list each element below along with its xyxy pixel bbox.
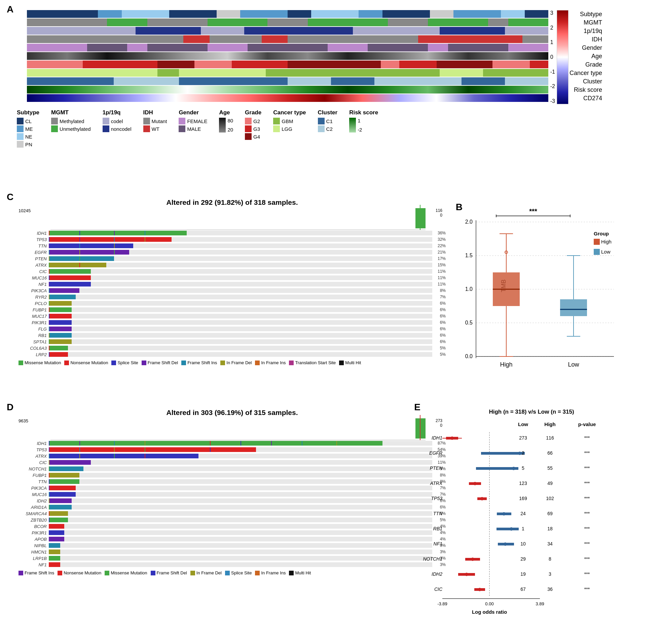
svg-text:NF1: NF1 (434, 541, 442, 547)
onco-row: PIK3R14% (19, 530, 446, 536)
onco-row: NIPBL3% (19, 543, 446, 549)
legend-area: Subtype CL ME NE PN MGMT Methylated Unme… (17, 109, 378, 148)
col-high: High (544, 421, 555, 427)
panel-c-legend: Missense Mutation Nonsense Mutation Spli… (19, 360, 446, 365)
onco-row: PTEN17% (19, 256, 446, 262)
svg-text:8: 8 (549, 556, 551, 561)
legend-mgmt: MGMT Methylated Unmethylated (51, 109, 91, 148)
heatmap-label-cd274: CD274 (583, 95, 602, 102)
svg-text:0.00: 0.00 (485, 601, 494, 606)
svg-text:69: 69 (547, 511, 553, 516)
heatmap-row-gender: Gender (27, 44, 548, 51)
svg-text:***: *** (584, 586, 590, 592)
svg-text:TTN: TTN (433, 511, 443, 516)
panel-e-title: High (n = 318) v/s Low (n = 315) (409, 409, 654, 415)
svg-text:***: *** (584, 481, 590, 486)
svg-text:***: *** (584, 541, 590, 547)
svg-text:24: 24 (520, 511, 526, 516)
svg-rect-19 (594, 249, 600, 255)
heatmap-row-idh: IDH (27, 35, 548, 43)
onco-row: MUC176% (19, 313, 446, 319)
onco-row: ZBTB205% (19, 517, 446, 523)
x-label-low: Low (568, 361, 579, 368)
svg-point-95 (478, 588, 481, 591)
svg-text:5: 5 (522, 465, 524, 471)
svg-text:123: 123 (519, 481, 527, 486)
svg-text:67: 67 (520, 586, 526, 592)
svg-point-81 (471, 557, 474, 561)
panel-c-title: Altered in 292 (91.82%) of 318 samples. (19, 199, 446, 206)
legend-high-label: High (601, 239, 612, 245)
onco-row: SPTA16% (19, 339, 446, 345)
significance-label: *** (529, 207, 537, 215)
svg-text:29: 29 (520, 556, 526, 561)
panel-c: Altered in 292 (91.82%) of 318 samples. … (19, 199, 446, 397)
panel-d-legend: Frame Shift Ins Nonsense Mutation Missen… (19, 570, 446, 575)
legend-low-label: Low (601, 249, 611, 255)
svg-text:***: *** (584, 465, 590, 471)
svg-text:1.5: 1.5 (465, 253, 473, 258)
heatmap-row-1p19q: 1p/19q (27, 27, 548, 34)
svg-text:55: 55 (547, 465, 553, 471)
heatmap-row-cluster: Cluster (27, 77, 548, 85)
svg-text:CIC: CIC (434, 586, 443, 592)
heatmap-row-age: Age (27, 52, 548, 60)
legend-age: Age 80 20 (219, 109, 233, 148)
svg-text:66: 66 (547, 450, 553, 456)
svg-rect-18 (594, 239, 600, 245)
onco-row: MUC167% (19, 491, 446, 498)
svg-text:102: 102 (546, 496, 554, 501)
panel-e: High (n = 318) v/s Low (n = 315) Low Hig… (409, 409, 654, 637)
onco-row: IDH187% (19, 440, 446, 446)
svg-text:***: *** (584, 511, 590, 516)
legend-group-title: Group (594, 231, 609, 236)
onco-row: LRP25% (19, 351, 446, 358)
svg-text:2.0: 2.0 (465, 219, 473, 225)
heatmap-label-grade: Grade (585, 61, 602, 68)
svg-text:3.89: 3.89 (535, 601, 544, 606)
heatmap-row-grade: Grade (27, 61, 548, 68)
svg-text:***: *** (584, 571, 590, 577)
svg-text:3: 3 (549, 571, 551, 577)
svg-text:NOTCH1: NOTCH1 (423, 556, 442, 561)
heatmap-row-subtype: Subtype (27, 10, 548, 18)
onco-row: TP5354% (19, 446, 446, 453)
low-box (560, 299, 587, 316)
onco-row: BCOR4% (19, 523, 446, 529)
onco-row: IDH26% (19, 498, 446, 504)
svg-text:-3.89: -3.89 (437, 601, 448, 606)
onco-row: RYR27% (19, 294, 446, 300)
onco-row: PIK3CA7% (19, 485, 446, 491)
panel-d-rows: IDH187%TP5354%ATRX39%CIC11%NOTCH19%FUBP1… (19, 440, 446, 568)
svg-text:EGFR: EGFR (429, 450, 442, 456)
panel-b: *** TMB 2.0 1.5 1.0 0.5 0.0 (452, 202, 654, 397)
panel-d: Altered in 303 (96.19%) of 315 samples. … (19, 409, 446, 637)
legend-riskscore: Risk score 1 -2 (349, 109, 378, 148)
svg-text:***: *** (584, 556, 590, 561)
onco-row: FLG6% (19, 326, 446, 332)
onco-row: NF111% (19, 281, 446, 287)
heatmap-label-gender: Gender (582, 44, 602, 51)
onco-row: NF13% (19, 561, 446, 568)
legend-idh: IDH Mutant WT (143, 109, 167, 148)
heatmap-row-riskscore: Risk score (27, 86, 548, 93)
svg-text:***: *** (584, 435, 590, 440)
svg-text:1: 1 (522, 526, 524, 531)
svg-text:169: 169 (519, 496, 527, 501)
onco-row: TTN8% (19, 479, 446, 485)
svg-point-53 (480, 497, 484, 500)
svg-text:1.0: 1.0 (465, 286, 473, 292)
heatmap-row-cd274: CD274 (27, 94, 548, 102)
onco-row: SMARCA45% (19, 510, 446, 516)
svg-text:18: 18 (547, 526, 553, 531)
onco-row: EGFR21% (19, 249, 446, 255)
svg-point-88 (465, 573, 468, 576)
svg-text:2: 2 (522, 450, 524, 456)
svg-text:116: 116 (546, 435, 554, 440)
svg-text:10: 10 (520, 541, 526, 547)
onco-row: FUBP16% (19, 307, 446, 313)
heatmap-label-subtype: Subtype (580, 11, 602, 18)
onco-row: FUBP18% (19, 472, 446, 478)
legend-grade: Grade G2 G3 G4 (245, 109, 261, 148)
col-low: Low (518, 421, 528, 427)
